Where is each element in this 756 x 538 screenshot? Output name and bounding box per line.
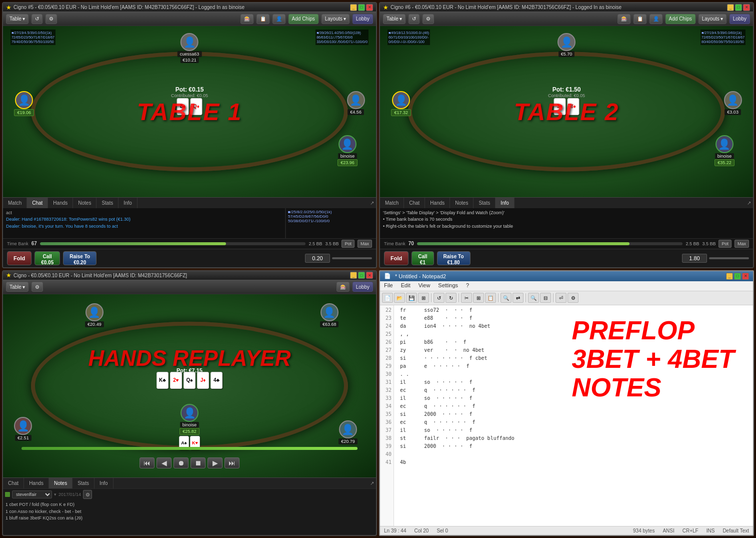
stop-button[interactable]: ⏹ — [190, 457, 206, 468]
lobby-button[interactable]: Lobby — [352, 14, 373, 24]
table2-chip-icon[interactable]: 🎰 — [618, 14, 630, 24]
pot-button[interactable]: Pot — [342, 240, 354, 248]
np-wrap[interactable]: ⏎ — [556, 293, 566, 303]
np-zoom-out[interactable]: ⊟ — [540, 293, 551, 303]
undo-button[interactable]: ↺ — [32, 14, 42, 24]
tab-chat[interactable]: Chat — [27, 198, 48, 208]
external-link-icon[interactable]: ↗ — [368, 198, 376, 208]
tab2-stats[interactable]: Stats — [474, 198, 496, 208]
table2-max-button[interactable]: Max — [734, 240, 749, 248]
np-undo[interactable]: ↺ — [434, 293, 444, 303]
chip-icon-button[interactable]: 🎰 — [240, 14, 254, 24]
table2-minimize[interactable]: _ — [727, 4, 734, 11]
play-button[interactable]: ⏺ — [174, 457, 188, 468]
tab2-chat[interactable]: Chat — [404, 198, 425, 208]
table2-fold-button[interactable]: Fold — [384, 251, 408, 265]
note-icon-button[interactable]: 📋 — [256, 14, 270, 24]
call-button[interactable]: Call €0.05 — [34, 251, 60, 265]
replayer-close[interactable]: ✕ — [366, 272, 373, 279]
np-save-all[interactable]: ⊞ — [418, 293, 429, 303]
menu-edit[interactable]: Edit — [397, 281, 414, 291]
replayer-tab-notes[interactable]: Notes — [49, 478, 72, 488]
table2-maximize[interactable]: □ — [735, 4, 742, 11]
layouts-button[interactable]: Layouts ▾ — [322, 14, 350, 24]
player-select[interactable]: stevenlfair — [12, 490, 52, 498]
replayer-tab-info[interactable]: Info — [94, 478, 114, 488]
notes-settings-button[interactable]: ⚙ — [83, 490, 92, 499]
table2-close[interactable]: ✕ — [743, 4, 750, 11]
table-menu-button[interactable]: Table ▾ — [6, 14, 28, 24]
bet-slider[interactable] — [332, 257, 372, 259]
replayer-table-menu[interactable]: Table▾ — [6, 282, 28, 292]
close-button[interactable]: ✕ — [366, 4, 373, 11]
tab-info[interactable]: Info — [118, 198, 138, 208]
replayer-tab-hands[interactable]: Hands — [24, 478, 49, 488]
notepad-close[interactable]: ✕ — [742, 273, 749, 280]
table2-undo-button[interactable]: ↺ — [408, 14, 420, 24]
tab2-notes[interactable]: Notes — [450, 198, 474, 208]
settings-gear-button[interactable]: ⚙ — [46, 14, 57, 24]
notepad-maximize[interactable]: □ — [734, 273, 741, 280]
tab2-hands[interactable]: Hands — [425, 198, 450, 208]
table2-note-icon[interactable]: 📋 — [634, 14, 646, 24]
maximize-button[interactable]: □ — [358, 4, 365, 11]
table2-raise-button[interactable]: Raise To €1.80 — [437, 251, 470, 265]
table2-add-chips-button[interactable]: Add Chips — [666, 14, 696, 24]
menu-settings[interactable]: Settings — [434, 281, 462, 291]
np-extra[interactable]: ⚙ — [568, 293, 578, 303]
table2-lobby-button[interactable]: Lobby — [730, 14, 750, 24]
menu-help[interactable]: ? — [462, 281, 473, 291]
bet-input[interactable] — [305, 254, 330, 263]
table2-bet-slider[interactable] — [709, 257, 749, 259]
np-find[interactable]: 🔍 — [500, 293, 512, 303]
table2-layouts-button[interactable]: Layouts▾ — [698, 14, 726, 24]
np-open[interactable]: 📂 — [394, 293, 405, 303]
table2-user-icon[interactable]: 👤 — [650, 14, 662, 24]
skip-back-button[interactable]: ⏮ — [140, 457, 154, 468]
tab-stats[interactable]: Stats — [96, 198, 118, 208]
replayer-maximize[interactable]: □ — [358, 272, 365, 279]
table2-settings-button[interactable]: ⚙ — [422, 14, 434, 24]
replayer-icon-button[interactable]: 🎰 — [336, 282, 350, 292]
table2-pot-button[interactable]: Pot — [718, 240, 732, 248]
table2-menu-button[interactable]: Table▾ — [383, 14, 406, 24]
np-save[interactable]: 💾 — [406, 293, 417, 303]
code-content[interactable]: fr sso72 · · · f te e88 · · · f da ion4 … — [394, 305, 753, 526]
tab-notes[interactable]: Notes — [73, 198, 96, 208]
skip-forward-button[interactable]: ⏭ — [224, 457, 240, 468]
np-redo[interactable]: ↻ — [446, 293, 456, 303]
replayer-lobby-button[interactable]: Lobby — [352, 282, 373, 292]
menu-view[interactable]: View — [414, 281, 434, 291]
replayer-star-icon: ★ — [6, 272, 12, 279]
np-replace[interactable]: ⇄ — [512, 293, 524, 303]
np-new[interactable]: 📄 — [382, 293, 393, 303]
table1-area: TABLE 1 Pot: €0.15 Contributed: €0.05 👤 … — [3, 26, 376, 197]
replayer-tab-stats[interactable]: Stats — [72, 478, 94, 488]
tab2-match[interactable]: Match — [380, 198, 404, 208]
np-cut[interactable]: ✂ — [461, 293, 472, 303]
tab2-info[interactable]: Info — [496, 198, 514, 208]
replayer-settings-button[interactable]: ⚙ — [32, 282, 43, 292]
np-paste[interactable]: 📋 — [485, 293, 496, 303]
user-icon-button[interactable]: 👤 — [272, 14, 286, 24]
table2-bet-input[interactable] — [682, 254, 707, 263]
table2-titlebar-left: ★ Cigno #6 - €0.05/€0.10 EUR - No Limit … — [383, 4, 622, 11]
replayer-tab-chat[interactable]: Chat — [3, 478, 24, 488]
tab-match[interactable]: Match — [3, 198, 27, 208]
np-copy[interactable]: ⊞ — [473, 293, 484, 303]
max-button[interactable]: Max — [358, 240, 372, 248]
tab-hands[interactable]: Hands — [48, 198, 73, 208]
notepad-minimize[interactable]: _ — [726, 273, 733, 280]
raise-button[interactable]: Raise To €0.20 — [63, 251, 96, 265]
table2-call-button[interactable]: Call €1 — [412, 251, 434, 265]
replayer-external-link[interactable]: ↗ — [368, 478, 376, 488]
menu-file[interactable]: File — [380, 281, 397, 291]
fold-button[interactable]: Fold — [7, 251, 32, 265]
next-button[interactable]: ▶ — [208, 457, 222, 468]
np-zoom-in[interactable]: 🔍 — [528, 293, 539, 303]
replayer-minimize[interactable]: _ — [350, 272, 357, 279]
minimize-button[interactable]: _ — [350, 4, 357, 11]
table2-external-link[interactable]: ↗ — [745, 198, 753, 208]
prev-button[interactable]: ◀ — [156, 457, 172, 468]
add-chips-button[interactable]: Add Chips — [288, 14, 318, 24]
